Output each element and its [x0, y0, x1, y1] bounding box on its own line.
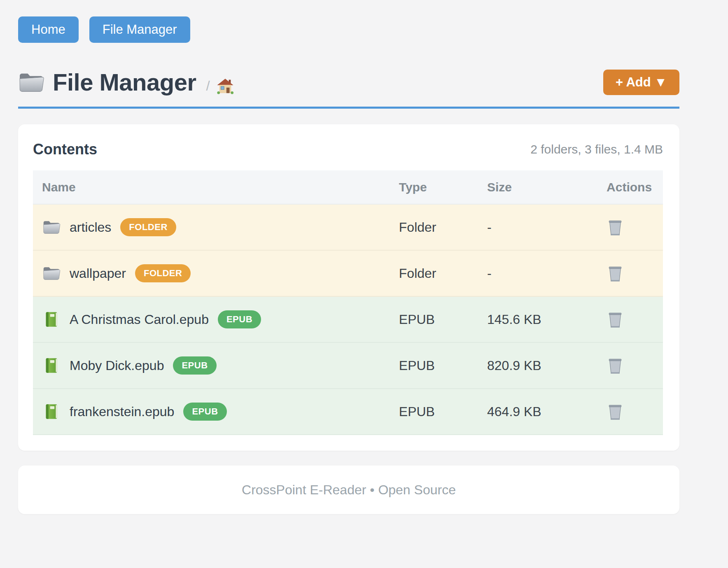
file-name[interactable]: frankenstein.epub	[70, 404, 174, 419]
column-header-type: Type	[386, 170, 474, 204]
top-nav: Home File Manager	[18, 16, 728, 43]
file-type: EPUB	[386, 342, 474, 389]
title-divider	[18, 107, 679, 109]
home-nav-button[interactable]: Home	[18, 16, 79, 43]
trash-icon	[607, 310, 624, 329]
delete-button[interactable]	[607, 218, 624, 237]
trash-icon	[607, 356, 624, 375]
delete-button[interactable]	[607, 356, 624, 375]
book-icon	[42, 357, 61, 374]
table-row: Moby Dick.epub EPUB EPUB 820.9 KB	[33, 342, 663, 389]
column-header-actions: Actions	[581, 170, 663, 204]
column-header-size: Size	[474, 170, 581, 204]
file-manager-nav-button[interactable]: File Manager	[89, 16, 190, 43]
page-title: File Manager	[53, 68, 196, 96]
breadcrumb: /	[206, 77, 234, 95]
trash-icon	[607, 264, 624, 283]
folder-icon	[42, 265, 61, 282]
table-row: A Christmas Carol.epub EPUB EPUB 145.6 K…	[33, 296, 663, 342]
file-size: 464.9 KB	[474, 389, 581, 435]
footer-text: CrossPoint E-Reader • Open Source	[242, 482, 456, 498]
file-manager-page: Home File Manager File Manager /	[0, 0, 728, 514]
file-size: 145.6 KB	[474, 296, 581, 342]
folder-icon	[18, 71, 44, 94]
file-name[interactable]: articles	[70, 220, 111, 235]
file-type-badge: FOLDER	[135, 264, 191, 282]
delete-button[interactable]	[607, 402, 624, 421]
trash-icon	[607, 402, 624, 421]
table-row: frankenstein.epub EPUB EPUB 464.9 KB	[33, 389, 663, 435]
table-header-row: Name Type Size Actions	[33, 170, 663, 204]
contents-card: Contents 2 folders, 3 files, 1.4 MB Name…	[18, 124, 679, 451]
trash-icon	[607, 218, 624, 237]
file-type-badge: EPUB	[183, 403, 226, 421]
contents-table-body: articles FOLDER Folder -	[33, 204, 663, 435]
file-type: EPUB	[386, 296, 474, 342]
file-name[interactable]: wallpaper	[70, 266, 126, 281]
column-header-name: Name	[33, 170, 386, 204]
delete-button[interactable]	[607, 310, 624, 329]
table-row: wallpaper FOLDER Folder -	[33, 250, 663, 296]
home-icon[interactable]	[217, 77, 234, 95]
contents-table: Name Type Size Actions	[33, 170, 663, 435]
delete-button[interactable]	[607, 264, 624, 283]
file-name[interactable]: Moby Dick.epub	[70, 358, 164, 373]
file-type: Folder	[386, 204, 474, 250]
folder-icon	[42, 219, 61, 236]
file-size: -	[474, 204, 581, 250]
file-size: -	[474, 250, 581, 296]
contents-card-header: Contents 2 folders, 3 files, 1.4 MB	[33, 141, 663, 158]
file-type: EPUB	[386, 389, 474, 435]
breadcrumb-separator: /	[206, 78, 210, 94]
file-type: Folder	[386, 250, 474, 296]
file-size: 820.9 KB	[474, 342, 581, 389]
file-type-badge: FOLDER	[120, 218, 176, 236]
file-type-badge: EPUB	[173, 356, 216, 375]
file-name[interactable]: A Christmas Carol.epub	[70, 312, 209, 327]
table-row: articles FOLDER Folder -	[33, 204, 663, 250]
contents-summary: 2 folders, 3 files, 1.4 MB	[530, 142, 663, 156]
footer-card: CrossPoint E-Reader • Open Source	[18, 466, 679, 514]
book-icon	[42, 403, 61, 420]
book-icon	[42, 311, 61, 328]
page-header: File Manager / + Add ▼	[18, 68, 679, 96]
contents-title: Contents	[33, 141, 97, 158]
add-button[interactable]: + Add ▼	[603, 70, 679, 95]
file-type-badge: EPUB	[218, 310, 261, 328]
